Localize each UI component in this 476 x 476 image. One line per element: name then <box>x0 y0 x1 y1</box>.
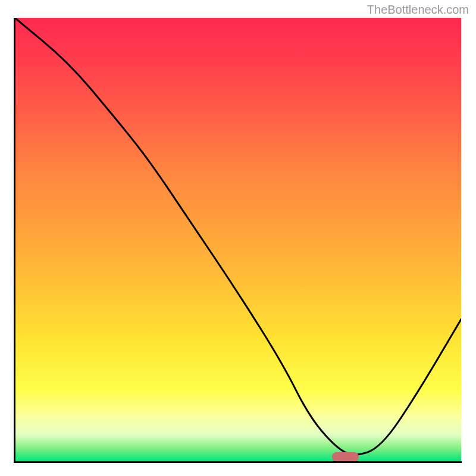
bottleneck-curve <box>15 18 461 461</box>
plot-area <box>15 18 461 461</box>
watermark-text: TheBottleneck.com <box>367 3 469 17</box>
optimal-point-marker <box>332 452 359 462</box>
chart-container: TheBottleneck.com <box>0 0 476 476</box>
x-axis-line <box>14 461 462 463</box>
y-axis-line <box>14 18 15 463</box>
